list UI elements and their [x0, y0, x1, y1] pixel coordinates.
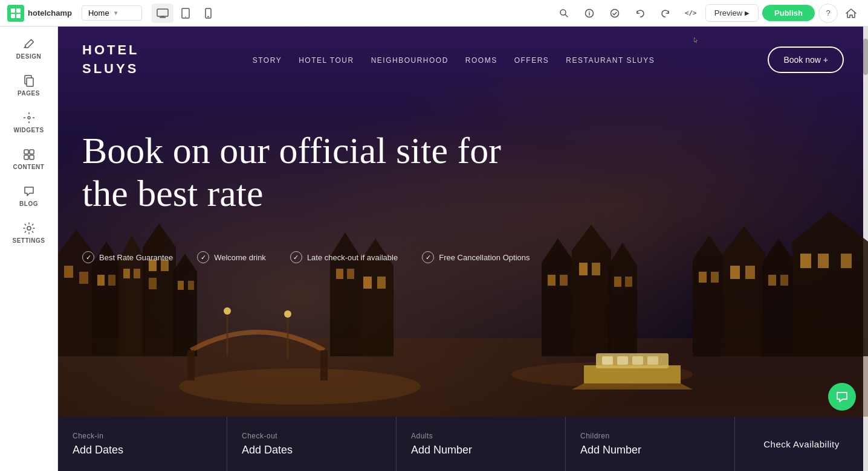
hotel-logo-line1: HOTEL: [82, 41, 140, 60]
pages-icon: [22, 74, 36, 88]
nav-item-restaurant[interactable]: RESTAURANT SLUYS: [566, 54, 655, 65]
sidebar-item-design[interactable]: DESIGN: [5, 31, 53, 66]
svg-rect-18: [27, 78, 33, 86]
children-value: Add Number: [580, 444, 720, 457]
perk-label-1: Welcome drink: [214, 253, 266, 262]
svg-point-15: [589, 11, 590, 12]
perk-label-3: Free Cancellation Options: [439, 253, 530, 262]
preview-label: Preview: [714, 8, 742, 18]
nav-item-story[interactable]: STORY: [253, 54, 282, 65]
widgets-icon: [22, 111, 36, 124]
children-label: Children: [580, 432, 720, 440]
svg-rect-1: [16, 8, 21, 13]
toolbar: hotelchamp Home ▼ </>: [0, 0, 868, 27]
svg-rect-26: [24, 155, 28, 159]
desktop-device-btn[interactable]: [152, 4, 173, 23]
svg-rect-3: [16, 14, 21, 18]
svg-rect-24: [24, 150, 28, 154]
nav-link-hotel-tour: HOTEL TOUR: [299, 56, 354, 65]
nav-link-story: STORY: [253, 56, 282, 65]
nav-link-offers: OFFERS: [514, 56, 549, 65]
svg-rect-0: [11, 8, 15, 13]
sidebar-item-widgets[interactable]: WIDGETS: [5, 105, 53, 139]
hotel-perks: ✓ Best Rate Guarantee ✓ Welcome drink ✓ …: [58, 233, 868, 281]
blog-icon: [22, 185, 36, 198]
checkout-field[interactable]: Check-out Add Dates: [227, 417, 397, 471]
nav-item-neighbourhood[interactable]: NEIGHBOURHOOD: [371, 54, 449, 65]
adults-value: Add Number: [411, 444, 551, 457]
svg-point-56: [224, 307, 231, 315]
svg-rect-4: [157, 9, 168, 16]
logo-text: hotelchamp: [28, 8, 72, 18]
play-icon: ▶: [745, 10, 750, 16]
home-button[interactable]: [841, 4, 861, 23]
booking-bar: Check-in Add Dates Check-out Add Dates A…: [58, 417, 868, 471]
hotel-nav-links: STORY HOTEL TOUR NEIGHBOURHOOD ROOMS OFF…: [253, 54, 655, 65]
perk-check-icon-0: ✓: [82, 251, 94, 263]
svg-point-28: [27, 226, 31, 230]
logo-icon: [7, 5, 24, 22]
sidebar-item-content[interactable]: CONTENT: [5, 142, 53, 176]
sidebar-item-design-label: DESIGN: [16, 53, 41, 60]
checkout-value: Add Dates: [242, 444, 381, 457]
checkout-label: Check-out: [242, 432, 381, 440]
nav-link-restaurant: RESTAURANT SLUYS: [566, 56, 655, 65]
svg-rect-25: [30, 150, 34, 154]
svg-point-30: [179, 368, 421, 405]
search-btn[interactable]: [553, 4, 575, 23]
sidebar: DESIGN PAGES WIDGETS CONTENT BLOG SETTIN…: [0, 27, 58, 471]
adults-field[interactable]: Adults Add Number: [397, 417, 566, 471]
question-icon: ?: [826, 8, 830, 18]
publish-button[interactable]: Publish: [762, 5, 815, 21]
settings-icon: [22, 222, 36, 235]
svg-rect-2: [11, 14, 15, 18]
nav-item-hotel-tour[interactable]: HOTEL TOUR: [299, 54, 354, 65]
svg-rect-100: [647, 356, 658, 365]
info-btn[interactable]: [578, 4, 600, 23]
svg-line-12: [565, 14, 568, 17]
svg-rect-51: [178, 281, 184, 290]
perk-welcome-drink: ✓ Welcome drink: [197, 251, 266, 263]
redo-btn[interactable]: [655, 4, 676, 23]
svg-point-58: [284, 310, 291, 318]
checkin-label: Check-in: [73, 432, 212, 440]
svg-rect-98: [617, 356, 628, 365]
sidebar-item-widgets-label: WIDGETS: [13, 127, 44, 133]
sidebar-item-pages-label: PAGES: [18, 90, 40, 97]
design-icon: [22, 37, 36, 51]
svg-point-16: [611, 9, 618, 17]
chat-widget-button[interactable]: [828, 383, 856, 411]
preview-button[interactable]: Preview ▶: [705, 4, 759, 22]
children-field[interactable]: Children Add Number: [566, 417, 735, 471]
perk-label-0: Best Rate Guarantee: [99, 253, 173, 262]
canvas: HOTEL SLUYS STORY HOTEL TOUR NEIGHBOURHO…: [58, 27, 868, 471]
mobile-device-btn[interactable]: [198, 4, 219, 23]
perk-check-icon-2: ✓: [290, 251, 302, 263]
perk-check-icon-1: ✓: [197, 251, 209, 263]
svg-rect-52: [188, 281, 194, 290]
undo-btn[interactable]: [629, 4, 651, 23]
perk-best-rate: ✓ Best Rate Guarantee: [82, 251, 173, 263]
book-now-button[interactable]: Book now +: [768, 46, 844, 73]
hero-title: Book on our official site for the best r…: [82, 129, 505, 216]
nav-item-offers[interactable]: OFFERS: [514, 54, 549, 65]
nav-item-rooms[interactable]: ROOMS: [465, 54, 497, 65]
sidebar-item-settings[interactable]: SETTINGS: [5, 216, 53, 250]
svg-rect-97: [602, 356, 613, 365]
help-button[interactable]: ?: [818, 4, 838, 23]
tablet-device-btn[interactable]: [175, 4, 196, 23]
validate-btn[interactable]: [604, 4, 626, 23]
sidebar-item-pages[interactable]: PAGES: [5, 68, 53, 103]
checkin-field[interactable]: Check-in Add Dates: [58, 417, 227, 471]
perk-free-cancellation: ✓ Free Cancellation Options: [422, 251, 530, 263]
sidebar-item-blog[interactable]: BLOG: [5, 179, 53, 213]
svg-point-8: [185, 16, 186, 18]
logo: hotelchamp: [7, 5, 72, 22]
page-selector[interactable]: Home ▼: [82, 5, 142, 21]
perk-late-checkout: ✓ Late check-out if available: [290, 251, 398, 263]
hotel-preview: HOTEL SLUYS STORY HOTEL TOUR NEIGHBOURHO…: [58, 27, 868, 471]
code-btn[interactable]: </>: [680, 4, 702, 23]
svg-point-19: [28, 117, 30, 119]
check-availability-button[interactable]: Check Availability: [735, 417, 868, 471]
hotel-logo: HOTEL SLUYS: [82, 41, 140, 78]
